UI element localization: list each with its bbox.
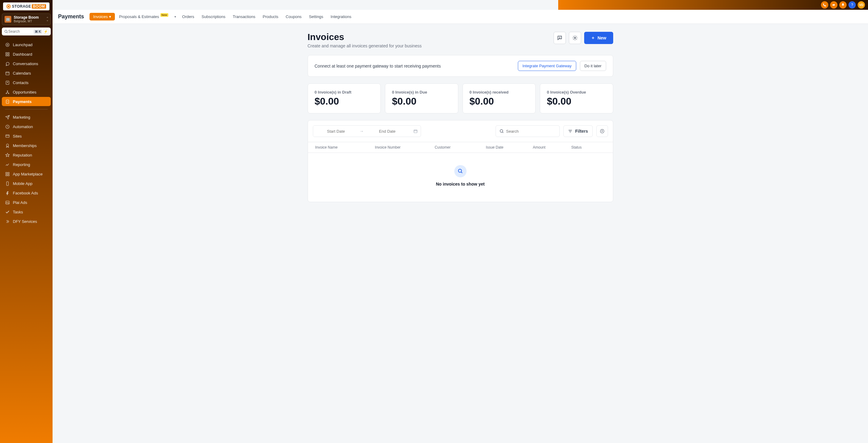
sidebar-item-automation[interactable]: Automation xyxy=(2,122,51,131)
sidebar-item-dashboard[interactable]: Dashboard xyxy=(2,50,51,59)
sidebar-item-sites[interactable]: Sites xyxy=(2,131,51,141)
account-switcher[interactable]: 🏢 Storage Boom Belgrade, MT ⌃⌄ xyxy=(2,13,51,25)
feedback-button[interactable] xyxy=(554,32,566,44)
tab-integrations[interactable]: Integrations xyxy=(328,12,354,21)
empty-search-icon xyxy=(454,165,467,177)
col-customer: Customer xyxy=(435,145,486,149)
sidebar-item-memberships[interactable]: Memberships xyxy=(2,141,51,150)
brand-logo[interactable]: STORAGEBOOM xyxy=(3,2,50,10)
sidebar-item-app-marketplace[interactable]: App Marketplace xyxy=(2,169,51,179)
do-it-later-button[interactable]: Do it later xyxy=(580,61,606,71)
tab-orders[interactable]: Orders xyxy=(179,12,197,21)
svg-rect-22 xyxy=(8,172,9,174)
sidebar-item-conversations[interactable]: Conversations xyxy=(2,59,51,68)
svg-rect-7 xyxy=(8,54,9,56)
start-date-input[interactable] xyxy=(313,126,359,137)
chevron-down-icon[interactable]: ▾ xyxy=(173,15,178,18)
svg-rect-21 xyxy=(5,172,7,174)
svg-point-29 xyxy=(574,37,576,39)
brand-name-b: BOOM xyxy=(32,4,46,8)
col-invoice-name: Invoice Name xyxy=(315,145,375,149)
sidebar-item-reputation[interactable]: Reputation xyxy=(2,150,51,159)
chevrons-right-icon xyxy=(5,219,10,224)
table-header-row: Invoice Name Invoice Number Customer Iss… xyxy=(308,142,613,153)
grid-icon xyxy=(5,52,10,57)
bell-icon[interactable] xyxy=(839,1,847,8)
logo-icon xyxy=(6,4,11,8)
table-search[interactable] xyxy=(496,125,560,137)
end-date-input[interactable] xyxy=(365,126,410,137)
svg-rect-5 xyxy=(8,53,9,54)
megaphone-icon[interactable] xyxy=(830,1,837,8)
sidebar-item-launchpad[interactable]: Launchpad xyxy=(2,40,51,49)
settings-button[interactable] xyxy=(569,32,581,44)
sidebar-item-payments[interactable]: Payments xyxy=(2,97,51,106)
stat-due: 0 Invoice(s) in Due $0.00 xyxy=(385,84,458,113)
alert-message: Connect at least one payment gateway to … xyxy=(315,64,441,68)
svg-point-3 xyxy=(7,44,8,45)
tab-transactions[interactable]: Transactions xyxy=(230,12,258,21)
sidebar-item-opportunities[interactable]: Opportunities xyxy=(2,87,51,97)
sites-icon xyxy=(5,134,10,139)
svg-rect-4 xyxy=(5,53,7,54)
payments-icon xyxy=(5,99,10,104)
sidebar-search[interactable]: ⌘ K ⚡ xyxy=(2,28,51,35)
col-amount: Amount xyxy=(533,145,571,149)
tab-products[interactable]: Products xyxy=(260,12,281,21)
new-button[interactable]: ＋ New xyxy=(584,32,613,44)
phone-icon[interactable] xyxy=(821,1,828,8)
sidebar-search-input[interactable] xyxy=(8,29,25,34)
bolt-icon[interactable]: ⚡ xyxy=(43,29,48,34)
sidebar-item-plai-ads[interactable]: Plai Ads xyxy=(2,198,51,207)
mobile-icon xyxy=(5,181,10,186)
tab-proposals-estimates[interactable]: Proposals & Estimates New xyxy=(116,12,172,21)
table-search-input[interactable] xyxy=(506,129,556,134)
integrate-gateway-button[interactable]: Integrate Payment Gateway xyxy=(518,61,576,71)
tab-subscriptions[interactable]: Subscriptions xyxy=(198,12,228,21)
svg-rect-24 xyxy=(8,174,9,176)
badge-icon xyxy=(5,143,10,148)
account-avatar: 🏢 xyxy=(5,16,11,23)
download-button[interactable] xyxy=(596,125,608,137)
sidebar-item-contacts[interactable]: Contacts xyxy=(2,78,51,87)
subnav: Payments Invoices ▾ Proposals & Estimate… xyxy=(53,10,868,24)
svg-rect-23 xyxy=(5,174,7,176)
plus-icon: ＋ xyxy=(591,35,595,41)
calendar-icon xyxy=(410,129,421,133)
image-icon xyxy=(5,200,10,205)
sidebar-item-calendars[interactable]: Calendars xyxy=(2,68,51,78)
tab-invoices[interactable]: Invoices ▾ xyxy=(90,13,115,21)
user-avatar[interactable]: VD xyxy=(858,1,865,8)
svg-point-12 xyxy=(7,90,8,91)
check-icon xyxy=(5,209,10,214)
network-icon xyxy=(5,90,10,94)
payment-gateway-alert: Connect at least one payment gateway to … xyxy=(308,55,613,77)
sidebar-item-facebook-ads[interactable]: Facebook Ads xyxy=(2,188,51,198)
svg-point-2 xyxy=(5,43,9,47)
facebook-icon xyxy=(5,190,10,195)
date-range-picker[interactable]: → xyxy=(313,125,421,137)
empty-state: No invoices to show yet xyxy=(308,153,613,202)
tab-coupons[interactable]: Coupons xyxy=(283,12,305,21)
new-badge: New xyxy=(160,13,169,17)
calendar-icon xyxy=(5,70,10,76)
svg-rect-25 xyxy=(6,182,8,185)
svg-rect-18 xyxy=(5,135,9,137)
filters-button[interactable]: Filters xyxy=(563,125,592,137)
sidebar-item-mobile-app[interactable]: Mobile App xyxy=(2,179,51,188)
svg-line-39 xyxy=(461,172,462,173)
sidebar-item-dfy-services[interactable]: DFY Services xyxy=(2,217,51,226)
sidebar-item-tasks[interactable]: Tasks xyxy=(2,207,51,216)
content-scroll[interactable]: Invoices Create and manage all invoices … xyxy=(53,24,868,443)
help-icon[interactable]: ? xyxy=(848,1,856,8)
svg-point-20 xyxy=(6,144,8,146)
sidebar-item-reporting[interactable]: Reporting xyxy=(2,160,51,169)
col-invoice-number: Invoice Number xyxy=(375,145,435,149)
svg-line-1 xyxy=(7,32,8,33)
svg-rect-30 xyxy=(414,130,417,133)
chart-icon xyxy=(5,162,10,167)
sidebar-item-marketing[interactable]: Marketing xyxy=(2,113,51,122)
apps-icon xyxy=(5,172,10,176)
tab-settings[interactable]: Settings xyxy=(306,12,326,21)
svg-point-11 xyxy=(7,82,8,83)
